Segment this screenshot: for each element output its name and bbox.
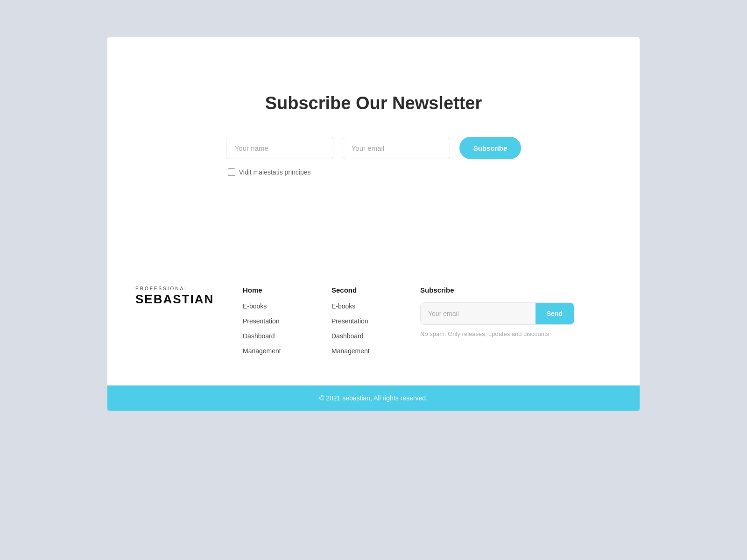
footer-home-dashboard[interactable]: Dashboard xyxy=(243,332,303,340)
footer-logo: PROFESSIONAL SEBASTIAN xyxy=(135,286,215,307)
vidit-checkbox[interactable] xyxy=(228,168,235,176)
footer-nav-home-title: Home xyxy=(243,286,303,294)
footer-second-dashboard[interactable]: Dashboard xyxy=(331,332,392,340)
footer-logo-professional: PROFESSIONAL xyxy=(135,286,215,291)
footer-email-row: Send xyxy=(420,302,574,325)
footer-second-presentation[interactable]: Presentation xyxy=(331,317,392,325)
footer-no-spam: No spam. Only releases, updates and disc… xyxy=(420,330,574,337)
subscribe-button[interactable]: Subscribe xyxy=(459,137,521,159)
footer-home-management[interactable]: Management xyxy=(243,347,303,355)
email-input[interactable] xyxy=(343,137,450,159)
footer-send-button[interactable]: Send xyxy=(536,303,574,324)
footer-home-presentation[interactable]: Presentation xyxy=(243,317,303,325)
footer-subscribe-column: Subscribe Send No spam. Only releases, u… xyxy=(420,286,574,337)
newsletter-section: Subscribe Our Newsletter Subscribe Vidit… xyxy=(107,37,640,263)
newsletter-form: Subscribe Vidit maiestatis principes xyxy=(226,137,521,176)
footer-section: PROFESSIONAL SEBASTIAN Home E-books Pres… xyxy=(107,263,640,362)
checkbox-row: Vidit maiestatis principes xyxy=(228,168,311,176)
name-input[interactable] xyxy=(226,137,333,159)
newsletter-title: Subscribe Our Newsletter xyxy=(265,93,482,113)
checkbox-label[interactable]: Vidit maiestatis principes xyxy=(239,168,311,176)
footer-home-ebooks[interactable]: E-books xyxy=(243,302,303,310)
newsletter-inputs-row: Subscribe xyxy=(226,137,521,159)
copyright-text: © 2021 sebastian, All rights reserved. xyxy=(319,394,428,402)
footer-subscribe-title: Subscribe xyxy=(420,286,574,294)
copyright-bar: © 2021 sebastian, All rights reserved. xyxy=(107,385,640,411)
footer-nav-home: Home E-books Presentation Dashboard Mana… xyxy=(243,286,303,362)
page-container: Subscribe Our Newsletter Subscribe Vidit… xyxy=(107,37,640,411)
footer-second-management[interactable]: Management xyxy=(331,347,392,355)
footer-second-ebooks[interactable]: E-books xyxy=(331,302,392,310)
footer-logo-name: SEBASTIAN xyxy=(135,292,215,307)
footer-email-input[interactable] xyxy=(421,303,536,324)
footer-nav-second: Second E-books Presentation Dashboard Ma… xyxy=(331,286,392,362)
footer-nav-second-title: Second xyxy=(331,286,392,294)
